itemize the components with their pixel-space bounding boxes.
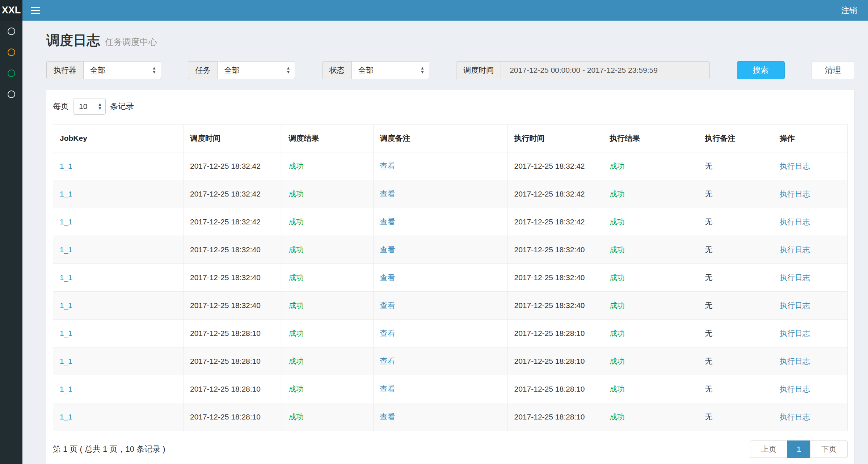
handle-result-cell: 成功 [603,403,698,431]
table-row: 1_1 2017-12-25 18:28:10 成功 查看 2017-12-25… [53,320,848,347]
jobkey-link[interactable]: 1_1 [60,245,72,254]
trigger-result-text: 成功 [288,245,304,254]
handle-result-text: 成功 [610,218,625,226]
jobkey-link[interactable]: 1_1 [60,162,72,170]
exec-log-link[interactable]: 执行日志 [780,385,810,393]
trigger-time-cell: 2017-12-25 18:28:10 [183,403,282,431]
trigger-msg-view-link[interactable]: 查看 [380,190,395,198]
job-select[interactable]: 全部 ▲▼ [217,61,295,79]
jobkey-link[interactable]: 1_1 [60,413,72,421]
trigger-result-text: 成功 [288,357,304,365]
action-cell: 执行日志 [773,236,847,264]
trigger-result-text: 成功 [288,301,304,309]
trigger-msg-view-link[interactable]: 查看 [380,245,395,254]
handle-msg-cell: 无 [698,403,773,431]
sidebar-item-dashboard[interactable] [0,21,22,42]
trigger-time-range-input[interactable] [501,61,710,79]
exec-log-link[interactable]: 执行日志 [780,190,810,198]
executor-filter-label: 执行器 [46,61,83,79]
status-select-value: 全部 [358,65,374,75]
handle-msg-cell: 无 [698,292,773,320]
exec-log-link[interactable]: 执行日志 [780,162,810,170]
exec-log-link[interactable]: 执行日志 [780,273,810,282]
trigger-time-filter: 调度时间 [456,61,710,79]
trigger-msg-view-link[interactable]: 查看 [380,218,395,226]
jobkey-cell: 1_1 [53,347,184,375]
trigger-result-text: 成功 [288,162,304,170]
trigger-msg-cell: 查看 [373,208,507,236]
logout-link[interactable]: 注销 [830,0,868,21]
handle-result-cell: 成功 [603,152,698,180]
prev-page-button[interactable]: 上页 [750,440,788,458]
trigger-result-cell: 成功 [282,264,373,292]
job-select-value: 全部 [224,65,239,75]
jobkey-cell: 1_1 [53,152,184,180]
trigger-msg-view-link[interactable]: 查看 [380,301,395,309]
jobkey-link[interactable]: 1_1 [60,357,72,365]
jobkey-cell: 1_1 [53,403,184,431]
handle-result-cell: 成功 [603,292,698,320]
jobkey-link[interactable]: 1_1 [60,190,72,198]
jobkey-link[interactable]: 1_1 [60,329,72,337]
table-footer: 第 1 页 ( 总共 1 页，10 条记录 ) 上页 1 下页 [53,440,848,458]
handle-result-text: 成功 [610,245,625,254]
header-row: JobKey 调度时间 调度结果 调度备注 执行时间 执行结果 执行备注 操作 [53,125,848,152]
sidebar-item-job-manage[interactable] [0,42,22,63]
jobkey-link[interactable]: 1_1 [60,218,72,226]
page-size-suffix: 条记录 [110,101,134,112]
next-page-button[interactable]: 下页 [810,440,848,458]
jobkey-link[interactable]: 1_1 [60,385,72,393]
pagination: 上页 1 下页 [750,440,848,458]
trigger-time-cell: 2017-12-25 18:32:42 [183,208,282,236]
handle-result-text: 成功 [610,329,625,337]
trigger-msg-view-link[interactable]: 查看 [380,413,395,421]
sidebar-toggle-icon[interactable] [22,0,49,21]
status-select[interactable]: 全部 ▲▼ [351,61,429,79]
exec-log-link[interactable]: 执行日志 [780,329,810,337]
exec-log-link[interactable]: 执行日志 [780,357,810,365]
jobkey-link[interactable]: 1_1 [60,301,72,309]
handle-msg-cell: 无 [698,347,773,375]
jobkey-cell: 1_1 [53,180,184,208]
clear-button[interactable]: 清理 [812,61,854,79]
handle-time-cell: 2017-12-25 18:28:10 [507,347,603,375]
sidebar-item-job-log[interactable] [0,63,22,84]
app-logo[interactable]: XXL [0,0,22,21]
handle-time-cell: 2017-12-25 18:28:10 [507,320,603,347]
pagination-summary: 第 1 页 ( 总共 1 页，10 条记录 ) [53,444,165,455]
trigger-time-cell: 2017-12-25 18:28:10 [183,320,282,347]
exec-log-link[interactable]: 执行日志 [780,301,810,309]
handle-msg-cell: 无 [698,264,773,292]
search-button[interactable]: 搜索 [737,61,785,79]
trigger-time-filter-label: 调度时间 [456,61,501,79]
trigger-result-cell: 成功 [282,292,373,320]
trigger-time-cell: 2017-12-25 18:28:10 [183,347,282,375]
trigger-result-text: 成功 [288,218,304,226]
trigger-msg-view-link[interactable]: 查看 [380,329,395,337]
trigger-msg-view-link[interactable]: 查看 [380,385,395,393]
handle-result-cell: 成功 [603,208,698,236]
sidebar-item-executor-manage[interactable] [0,84,22,105]
jobkey-cell: 1_1 [53,208,184,236]
jobkey-cell: 1_1 [53,320,184,347]
handle-result-text: 成功 [610,301,625,309]
handle-result-text: 成功 [610,357,625,365]
select-arrows-icon: ▲▼ [152,66,156,74]
trigger-msg-cell: 查看 [373,375,507,403]
page-size-select[interactable]: 10 ▲▼ [73,98,106,115]
column-header: 执行备注 [698,125,773,152]
trigger-msg-cell: 查看 [373,152,507,180]
page-1-button[interactable]: 1 [787,440,810,458]
log-table: JobKey 调度时间 调度结果 调度备注 执行时间 执行结果 执行备注 操作 [53,124,848,431]
trigger-msg-view-link[interactable]: 查看 [380,273,395,282]
exec-log-link[interactable]: 执行日志 [780,413,810,421]
trigger-result-cell: 成功 [282,375,373,403]
exec-log-link[interactable]: 执行日志 [780,218,810,226]
trigger-msg-view-link[interactable]: 查看 [380,162,395,170]
executor-select[interactable]: 全部 ▲▼ [83,61,161,79]
page-size-value: 10 [79,102,87,111]
sidebar [0,21,22,464]
trigger-msg-view-link[interactable]: 查看 [380,357,395,365]
jobkey-link[interactable]: 1_1 [60,273,72,282]
exec-log-link[interactable]: 执行日志 [780,245,810,254]
